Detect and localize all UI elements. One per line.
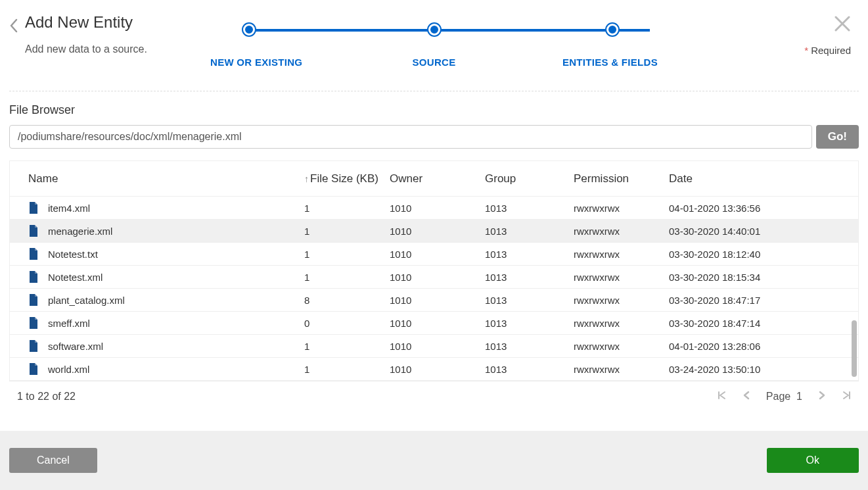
cell-date: 04-01-2020 13:28:06 (664, 341, 858, 352)
cell-group: 1013 (480, 364, 568, 375)
cell-owner: 1010 (384, 272, 480, 283)
table-row[interactable]: software.xml110101013rwxrwxrwx04-01-2020… (10, 335, 858, 358)
cell-date: 03-30-2020 14:40:01 (664, 226, 858, 237)
cell-date: 03-30-2020 18:15:34 (664, 272, 858, 283)
file-table: Name ↑File Size (KB) Owner Group Permiss… (9, 160, 859, 381)
cancel-button[interactable]: Cancel (9, 448, 97, 473)
pagination-summary: 1 to 22 of 22 (17, 391, 76, 403)
back-icon[interactable] (9, 18, 18, 37)
col-header-owner[interactable]: Owner (384, 172, 480, 185)
cell-owner: 1010 (384, 364, 480, 375)
cell-permission: rwxrwxrwx (568, 318, 664, 329)
path-input[interactable] (9, 125, 812, 149)
table-row[interactable]: Notetest.txt110101013rwxrwxrwx03-30-2020… (10, 243, 858, 266)
page-next-icon[interactable] (818, 389, 826, 403)
cell-permission: rwxrwxrwx (568, 341, 664, 352)
cell-owner: 1010 (384, 203, 480, 214)
cell-date: 04-01-2020 13:36:56 (664, 203, 858, 214)
page-title: Add New Entity (25, 13, 147, 32)
cell-date: 03-30-2020 18:47:14 (664, 318, 858, 329)
cell-name: world.xml (48, 364, 89, 375)
cell-size: 1 (299, 364, 384, 375)
cell-owner: 1010 (384, 318, 480, 329)
cell-group: 1013 (480, 341, 568, 352)
step-new-or-existing[interactable]: NEW OR EXISTING (210, 24, 359, 68)
cell-group: 1013 (480, 295, 568, 306)
file-icon (28, 363, 39, 375)
page-last-icon[interactable] (842, 389, 851, 403)
footer: Cancel Ok (0, 431, 868, 490)
file-browser-title: File Browser (9, 103, 859, 117)
cell-name: software.xml (48, 341, 103, 352)
cell-group: 1013 (480, 226, 568, 237)
table-row[interactable]: item4.xml110101013rwxrwxrwx04-01-2020 13… (10, 197, 858, 220)
file-icon (28, 248, 39, 260)
cell-name: menagerie.xml (48, 226, 112, 237)
cell-permission: rwxrwxrwx (568, 203, 664, 214)
cell-name: item4.xml (48, 203, 90, 214)
file-icon (28, 294, 39, 306)
cell-owner: 1010 (384, 341, 480, 352)
table-header: Name ↑File Size (KB) Owner Group Permiss… (10, 161, 858, 197)
cell-date: 03-30-2020 18:12:40 (664, 249, 858, 260)
page-prev-icon[interactable] (742, 389, 750, 403)
file-icon (28, 317, 39, 329)
close-icon[interactable] (834, 14, 851, 37)
cell-date: 03-30-2020 18:47:17 (664, 295, 858, 306)
file-icon (28, 202, 39, 214)
required-label: *Required (804, 45, 851, 56)
col-header-permission[interactable]: Permission (568, 172, 664, 185)
table-row[interactable]: world.xml110101013rwxrwxrwx03-24-2020 13… (10, 358, 858, 381)
cell-name: Notetest.xml (48, 272, 103, 283)
step-source[interactable]: SOURCE (359, 24, 509, 68)
col-header-group[interactable]: Group (480, 172, 568, 185)
file-icon (28, 340, 39, 352)
cell-size: 1 (299, 272, 384, 283)
cell-name: smeff.xml (48, 318, 90, 329)
go-button[interactable]: Go! (816, 125, 859, 149)
table-row[interactable]: menagerie.xml110101013rwxrwxrwx03-30-202… (10, 220, 858, 243)
col-header-date[interactable]: Date (664, 172, 858, 185)
cell-group: 1013 (480, 249, 568, 260)
file-icon (28, 271, 39, 283)
cell-size: 0 (299, 318, 384, 329)
cell-permission: rwxrwxrwx (568, 249, 664, 260)
cell-permission: rwxrwxrwx (568, 272, 664, 283)
stepper: NEW OR EXISTING SOURCE ENTITIES & FIELDS (210, 24, 658, 70)
table-row[interactable]: smeff.xml010101013rwxrwxrwx03-30-2020 18… (10, 312, 858, 335)
cell-group: 1013 (480, 203, 568, 214)
table-row[interactable]: plant_catalog.xml810101013rwxrwxrwx03-30… (10, 289, 858, 312)
cell-permission: rwxrwxrwx (568, 295, 664, 306)
cell-size: 8 (299, 295, 384, 306)
cell-owner: 1010 (384, 226, 480, 237)
ok-button[interactable]: Ok (767, 448, 859, 473)
file-icon (28, 225, 39, 237)
page-subtitle: Add new data to a source. (25, 43, 147, 55)
col-header-name[interactable]: Name (10, 172, 299, 185)
page-first-icon[interactable] (718, 389, 727, 403)
divider (9, 91, 859, 91)
cell-permission: rwxrwxrwx (568, 226, 664, 237)
cell-owner: 1010 (384, 249, 480, 260)
cell-name: plant_catalog.xml (48, 295, 125, 306)
cell-size: 1 (299, 341, 384, 352)
page-label: Page 1 (766, 391, 802, 403)
cell-group: 1013 (480, 272, 568, 283)
cell-group: 1013 (480, 318, 568, 329)
cell-size: 1 (299, 226, 384, 237)
col-header-size[interactable]: ↑File Size (KB) (299, 172, 384, 185)
step-entities-fields[interactable]: ENTITIES & FIELDS (509, 24, 658, 68)
scrollbar[interactable] (850, 197, 857, 381)
table-row[interactable]: Notetest.xml110101013rwxrwxrwx03-30-2020… (10, 266, 858, 289)
cell-size: 1 (299, 203, 384, 214)
sort-asc-icon: ↑ (304, 174, 309, 184)
cell-permission: rwxrwxrwx (568, 364, 664, 375)
cell-size: 1 (299, 249, 384, 260)
cell-owner: 1010 (384, 295, 480, 306)
cell-date: 03-24-2020 13:50:10 (664, 364, 858, 375)
cell-name: Notetest.txt (48, 249, 98, 260)
